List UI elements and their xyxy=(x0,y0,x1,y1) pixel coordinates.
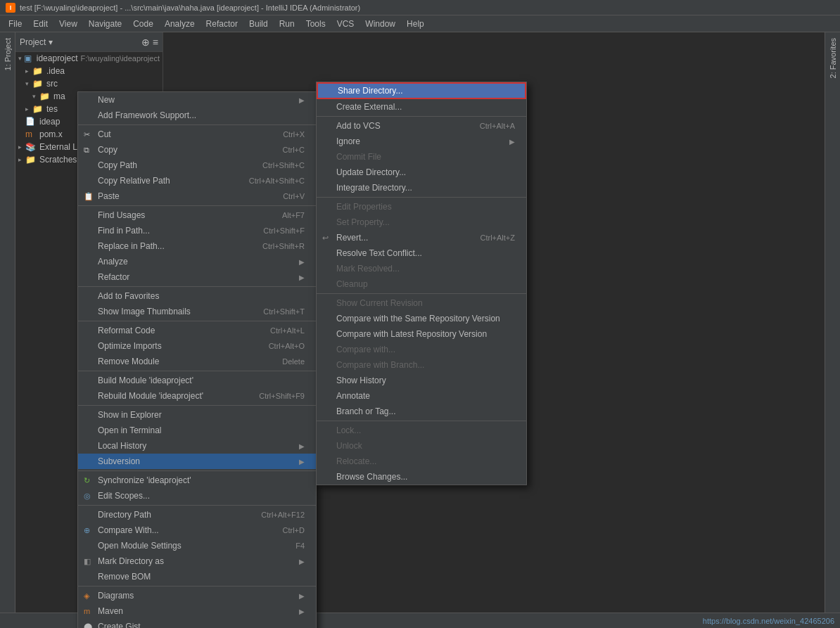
project-tab[interactable]: 1: Project xyxy=(1,32,14,76)
cm-separator xyxy=(78,505,316,506)
cm-remove-bom[interactable]: Remove BOM xyxy=(78,569,316,584)
tree-item-ideaproject[interactable]: ▾ ▣ ideaproject F:\wuyaling\ideaproject xyxy=(15,52,163,65)
menu-tools[interactable]: Tools xyxy=(300,18,331,30)
menu-run[interactable]: Run xyxy=(274,18,300,30)
cm-remove-module[interactable]: Remove Module Delete xyxy=(78,354,316,369)
cm-mark-directory-as[interactable]: ◧ Mark Directory as ▶ xyxy=(78,553,316,569)
cm-label: Show in Explorer xyxy=(98,410,162,420)
cm-label: Reformat Code xyxy=(98,326,155,335)
cm-separator xyxy=(317,197,526,198)
cm-ignore[interactable]: Ignore ▶ xyxy=(317,134,526,149)
cm-add-to-vcs[interactable]: Add to VCS Ctrl+Alt+A xyxy=(317,118,526,134)
cm-separator xyxy=(78,405,316,406)
status-url: https://blog.csdn.net/weixin_42465206 xyxy=(703,617,834,625)
cm-reformat[interactable]: Reformat Code Ctrl+Alt+L xyxy=(78,323,316,338)
menu-code[interactable]: Code xyxy=(127,18,159,30)
cm-show-image[interactable]: Show Image Thumbnails Ctrl+Shift+T xyxy=(78,304,316,319)
cm-label: Browse Changes... xyxy=(336,472,407,482)
cm-label: Show Image Thumbnails xyxy=(98,307,191,316)
submenu-arrow: ▶ xyxy=(509,138,515,146)
cm-label: Revert... xyxy=(336,233,368,243)
panel-actions[interactable]: ⊕ ≡ xyxy=(141,37,158,48)
cm-show-explorer[interactable]: Show in Explorer xyxy=(78,407,316,423)
submenu-arrow: ▶ xyxy=(299,96,305,104)
cm-share-directory[interactable]: Share Directory... xyxy=(317,82,526,99)
cm-label: Refactor xyxy=(98,272,129,282)
cm-label: Compare with Branch... xyxy=(336,360,424,370)
paste-icon: 📋 xyxy=(84,192,94,201)
cm-diagrams[interactable]: ◈ Diagrams ▶ xyxy=(78,588,316,603)
cm-copy-relative-path[interactable]: Copy Relative Path Ctrl+Alt+Shift+C xyxy=(78,173,316,188)
cm-synchronize[interactable]: ↻ Synchronize 'ideaproject' xyxy=(78,473,316,488)
menu-window[interactable]: Window xyxy=(359,18,401,30)
shortcut: Alt+F7 xyxy=(268,211,305,219)
cm-refactor[interactable]: Refactor ▶ xyxy=(78,269,316,285)
cm-resolve-text-conflict[interactable]: Resolve Text Conflict... xyxy=(317,245,526,261)
tree-item-idea[interactable]: ▸ 📁 .idea xyxy=(15,65,163,77)
cm-directory-path[interactable]: Directory Path Ctrl+Alt+F12 xyxy=(78,507,316,523)
menu-analyze[interactable]: Analyze xyxy=(159,18,201,30)
cm-label: Open Module Settings xyxy=(98,541,182,551)
cm-replace-in-path[interactable]: Replace in Path... Ctrl+Shift+R xyxy=(78,238,316,254)
cm-optimize-imports[interactable]: Optimize Imports Ctrl+Alt+O xyxy=(78,338,316,354)
cm-new[interactable]: New ▶ xyxy=(78,92,316,108)
shortcut: Ctrl+V xyxy=(269,192,305,200)
menu-file[interactable]: File xyxy=(3,18,27,30)
menu-vcs[interactable]: VCS xyxy=(331,18,360,30)
cm-subversion[interactable]: Subversion ▶ xyxy=(78,454,316,469)
cm-paste[interactable]: 📋 Paste Ctrl+V xyxy=(78,188,316,204)
menu-view[interactable]: View xyxy=(53,18,83,30)
cm-create-external[interactable]: Create External... xyxy=(317,99,526,115)
cm-maven[interactable]: m Maven ▶ xyxy=(78,603,316,619)
cm-browse-changes[interactable]: Browse Changes... xyxy=(317,469,526,485)
favorites-tab[interactable]: 2: Favorites xyxy=(827,32,839,84)
submenu-arrow: ▶ xyxy=(299,442,305,450)
cm-revert[interactable]: ↩ Revert... Ctrl+Alt+Z xyxy=(317,230,526,245)
cm-show-history[interactable]: Show History xyxy=(317,373,526,388)
shortcut: Ctrl+Alt+O xyxy=(255,342,305,350)
cm-add-favorites[interactable]: Add to Favorites xyxy=(78,288,316,304)
cm-label: Commit File xyxy=(336,152,381,162)
cm-compare-with[interactable]: ⊕ Compare With... Ctrl+D xyxy=(78,523,316,538)
shortcut: Ctrl+Alt+A xyxy=(466,122,515,130)
cm-label: Compare with the Same Repository Version xyxy=(336,314,500,323)
cm-integrate-directory[interactable]: Integrate Directory... xyxy=(317,180,526,196)
menu-help[interactable]: Help xyxy=(401,18,430,30)
cm-compare-latest-repo[interactable]: Compare with Latest Repository Version xyxy=(317,326,526,342)
cm-compare-same-repo[interactable]: Compare with the Same Repository Version xyxy=(317,311,526,326)
cm-update-directory[interactable]: Update Directory... xyxy=(317,165,526,180)
menu-build[interactable]: Build xyxy=(243,18,274,30)
tree-item-src[interactable]: ▾ 📁 src xyxy=(15,77,163,90)
cm-label: Cleanup xyxy=(336,279,368,289)
cm-open-module-settings[interactable]: Open Module Settings F4 xyxy=(78,538,316,553)
cm-find-in-path[interactable]: Find in Path... Ctrl+Shift+F xyxy=(78,223,316,238)
cm-rebuild-module[interactable]: Rebuild Module 'ideaproject' Ctrl+Shift+… xyxy=(78,388,316,404)
cm-edit-scopes[interactable]: ◎ Edit Scopes... xyxy=(78,488,316,504)
cm-build-module[interactable]: Build Module 'ideaproject' xyxy=(78,373,316,388)
cm-unlock: Unlock xyxy=(317,438,526,454)
cm-branch-or-tag[interactable]: Branch or Tag... xyxy=(317,404,526,419)
window-title: test [F:\wuyaling\ideaproject] - ...\src… xyxy=(20,4,360,12)
cm-add-framework[interactable]: Add Framework Support... xyxy=(78,108,316,123)
cm-annotate[interactable]: Annotate xyxy=(317,388,526,404)
tree-label: ma xyxy=(53,91,65,101)
cm-find-usages[interactable]: Find Usages Alt+F7 xyxy=(78,207,316,223)
cm-create-gist[interactable]: ⬤ Create Gist... xyxy=(78,619,316,628)
cm-open-terminal[interactable]: Open in Terminal xyxy=(78,423,316,438)
cm-label: Copy Path xyxy=(98,160,137,170)
cm-cut[interactable]: ✂ Cut Ctrl+X xyxy=(78,127,316,142)
shortcut: Delete xyxy=(268,357,305,366)
cm-copy-path[interactable]: Copy Path Ctrl+Shift+C xyxy=(78,158,316,173)
title-bar: I test [F:\wuyaling\ideaproject] - ...\s… xyxy=(0,0,840,15)
cm-label: Unlock xyxy=(336,441,362,451)
cm-separator xyxy=(78,321,316,321)
menu-edit[interactable]: Edit xyxy=(27,18,53,30)
cm-local-history[interactable]: Local History ▶ xyxy=(78,438,316,454)
menu-refactor[interactable]: Refactor xyxy=(201,18,243,30)
menu-navigate[interactable]: Navigate xyxy=(83,18,127,30)
cm-separator xyxy=(78,586,316,587)
cm-copy[interactable]: ⧉ Copy Ctrl+C xyxy=(78,142,316,158)
shortcut: Ctrl+Alt+F12 xyxy=(247,511,305,519)
cm-analyze[interactable]: Analyze ▶ xyxy=(78,254,316,269)
cm-set-property: Set Property... xyxy=(317,214,526,230)
